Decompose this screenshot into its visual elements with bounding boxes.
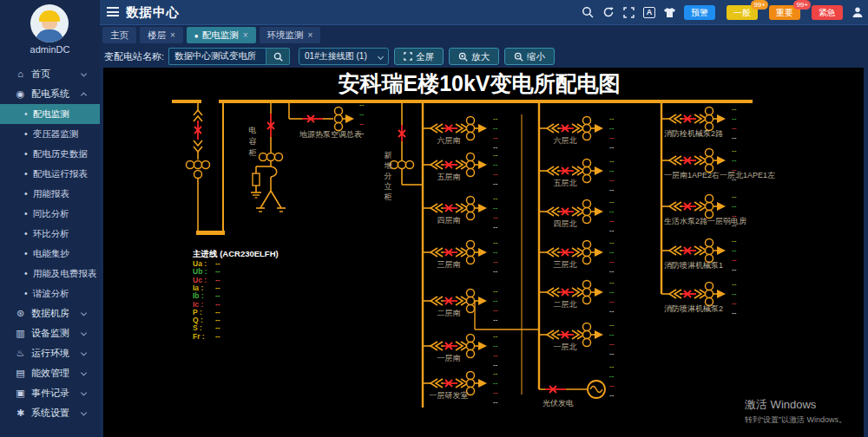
menu-toggle-icon[interactable] xyxy=(107,7,119,16)
feeder-label: 二层南 xyxy=(437,309,461,317)
value-dash: -- xyxy=(493,351,498,359)
alarm-count-badge: 99+ xyxy=(751,0,768,10)
feeder-label: 消防喷淋机械泵2 xyxy=(664,304,723,313)
feeder-label: 四层南 xyxy=(437,216,461,225)
feeder-label: 五层南 xyxy=(437,173,461,181)
station-search-button[interactable] xyxy=(266,48,290,65)
alarm-button-label: 预警 xyxy=(691,8,708,17)
feeder-label: 六层南 xyxy=(437,136,461,145)
sidebar-item-1[interactable]: ◉配电系统 xyxy=(0,84,100,104)
bullet-icon: • xyxy=(24,184,28,204)
alarm-button-1[interactable]: 一般99+ xyxy=(727,5,758,20)
tab-3[interactable]: 环境监测× xyxy=(260,27,321,43)
heat-pump-label: 地源热泵空调总表 xyxy=(299,130,362,139)
alarm-button-2[interactable]: 重要99+ xyxy=(769,5,800,20)
feeder-branch: --------三层北 xyxy=(539,238,615,275)
tab-close-icon[interactable]: × xyxy=(170,30,175,40)
sidebar-subitem[interactable]: •配电历史数据 xyxy=(0,144,100,164)
sidebar-subitem[interactable]: •用能报表 xyxy=(0,184,100,204)
sidebar-subitem[interactable]: •电能集抄 xyxy=(0,244,100,264)
fullscreen-icon[interactable] xyxy=(622,6,635,19)
alarm-button-label: 一般 xyxy=(733,8,751,17)
sidebar-subitem[interactable]: •配电监测 xyxy=(0,104,100,124)
value-dash: -- xyxy=(493,332,498,340)
header-icon-strip: A 预警一般99+重要99+紧急 xyxy=(581,0,864,24)
sidebar-subitem[interactable]: •变压器监测 xyxy=(0,124,100,144)
chevron-down-icon xyxy=(81,369,87,375)
sidebar-item-4[interactable]: ♨运行环境 xyxy=(0,343,100,363)
value-dash: -- xyxy=(493,361,498,369)
bullet-icon: • xyxy=(24,224,28,244)
value-dash: -- xyxy=(609,340,615,348)
feeder-label: 五层北 xyxy=(554,179,577,187)
value-dash: -- xyxy=(609,248,615,256)
diagram-canvas[interactable]: 安科瑞E楼10kV变电所配电图电容柜--------地源热泵空调总表新增分立柜-… xyxy=(103,68,864,437)
tab-2[interactable]: ●配电监测× xyxy=(187,27,256,43)
tab-label: 配电监测 xyxy=(202,29,239,40)
value-dash: -- xyxy=(493,179,498,187)
search-icon[interactable] xyxy=(581,6,594,19)
tab-1[interactable]: 楼层× xyxy=(140,27,183,43)
sidebar-subitem-label: 变压器监测 xyxy=(33,128,79,139)
sidebar-item-7[interactable]: ✱系统设置 xyxy=(0,403,100,423)
diagram-select[interactable]: 01#主接线图 (1) xyxy=(299,48,389,65)
user-icon[interactable] xyxy=(851,6,864,19)
sidebar-item-label: 能效管理 xyxy=(31,368,69,378)
theme-icon[interactable] xyxy=(663,6,676,19)
capacitor-branch: 电容柜 xyxy=(248,101,286,212)
value-dash: -- xyxy=(609,321,615,329)
tab-close-icon[interactable]: × xyxy=(308,30,313,40)
sidebar-item-5[interactable]: ▤能效管理 xyxy=(0,363,100,383)
tab-label: 主页 xyxy=(110,29,128,40)
value-dash: -- xyxy=(493,170,498,178)
new-cabinet-label: 柜 xyxy=(384,192,392,201)
feeder-label: 消防喷淋机械泵1 xyxy=(664,261,723,270)
sidebar: adminDC ⌂首页◉配电系统•配电监测•变压器监测•配电历史数据•配电运行报… xyxy=(0,0,100,437)
refresh-icon[interactable] xyxy=(602,6,615,19)
sidebar-item-6[interactable]: ▣事件记录 xyxy=(0,383,100,403)
value-dash: -- xyxy=(493,124,498,132)
incoming-feeder xyxy=(187,101,226,235)
meter-value: -- xyxy=(215,332,220,341)
sidebar-item-3[interactable]: ▥设备监测 xyxy=(0,323,100,343)
alarm-button-0[interactable]: 预警 xyxy=(684,5,715,20)
sidebar-subitem[interactable]: •配电运行报表 xyxy=(0,164,100,184)
value-dash: -- xyxy=(732,280,737,288)
value-dash: -- xyxy=(493,267,498,275)
sidebar-subitem[interactable]: •同比分析 xyxy=(0,204,100,224)
sidebar-item-0[interactable]: ⌂首页 xyxy=(0,64,100,84)
sidebar-item-2[interactable]: ⊛数据机房 xyxy=(0,303,100,323)
zoom-out-button[interactable]: 缩小 xyxy=(504,48,555,65)
translate-icon[interactable]: A xyxy=(643,7,655,18)
sidebar-subitem[interactable]: •谐波分析 xyxy=(0,284,100,303)
avatar[interactable] xyxy=(30,4,69,42)
tab-close-icon[interactable]: × xyxy=(243,30,248,40)
value-dash: -- xyxy=(609,297,615,305)
sidebar-subitem-label: 配电运行报表 xyxy=(33,168,88,179)
tab-0[interactable]: 主页 xyxy=(102,27,136,43)
value-dash: -- xyxy=(493,379,498,387)
capacitor-label: 容 xyxy=(249,137,257,146)
feeder-label: 二层北 xyxy=(554,300,577,309)
value-dash: -- xyxy=(732,192,737,200)
value-dash: -- xyxy=(493,151,498,159)
zoom-in-button[interactable]: 放大 xyxy=(449,48,499,65)
single-line-diagram[interactable]: 安科瑞E楼10kV变电所配电图电容柜--------地源热泵空调总表新增分立柜-… xyxy=(103,68,864,437)
station-name-input[interactable] xyxy=(168,48,266,65)
sidebar-subitem[interactable]: •环比分析 xyxy=(0,224,100,244)
value-dash: -- xyxy=(493,287,498,295)
feeder-branch: --------一层南1APE2右一层北1APE1左 xyxy=(661,147,775,183)
fullscreen-button[interactable]: 全屏 xyxy=(394,48,444,65)
environment-icon: ♨ xyxy=(15,343,26,363)
feeder-branch: --------五层北 xyxy=(539,157,615,193)
chevron-down-icon xyxy=(378,54,384,60)
sidebar-item-label: 首页 xyxy=(31,68,50,79)
new-cabinet-label: 新 xyxy=(385,151,392,160)
feeder-branch: --------二层南 xyxy=(423,287,498,323)
feeder-label: 六层北 xyxy=(554,136,577,145)
sidebar-subitem[interactable]: •用能及电费报表 xyxy=(0,264,100,284)
pv-label: 光伏发电 xyxy=(542,399,574,408)
new-cabinet-label: 立 xyxy=(385,182,392,191)
alarm-button-3[interactable]: 紧急 xyxy=(812,5,843,20)
sidebar-subitem-label: 用能及电费报表 xyxy=(33,268,97,278)
